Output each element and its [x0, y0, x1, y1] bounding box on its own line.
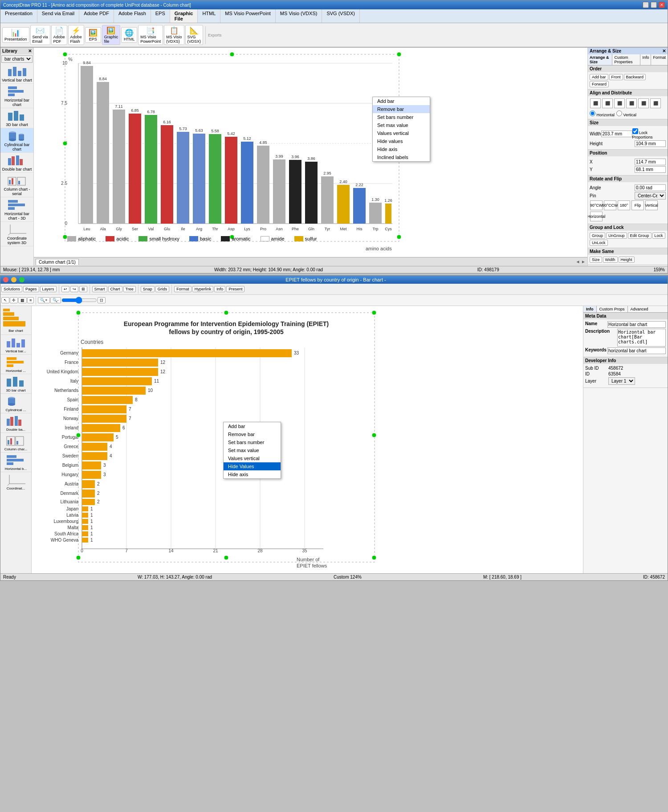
graphic-file-btn[interactable]: 🖼️ Graphicfile [102, 25, 121, 45]
handle2-tm[interactable] [224, 310, 228, 315]
chart-btn[interactable]: Chart [108, 286, 122, 292]
eps-btn[interactable]: 🖼️ EPS [85, 27, 101, 43]
sidebar2-col[interactable]: Column char... [0, 433, 31, 453]
handle2-bm[interactable] [224, 555, 228, 560]
bar-cys[interactable] [385, 204, 391, 224]
align-left-btn[interactable]: ⬛ [590, 98, 601, 108]
grids-btn[interactable]: Grids [155, 286, 170, 292]
rotate-180-btn[interactable]: 180° [618, 200, 630, 210]
align-bottom-btn[interactable]: ⬛ [650, 98, 661, 108]
zoom-in-btn[interactable]: 🔍+ [38, 297, 49, 303]
bar-met[interactable] [337, 185, 350, 224]
bar-asp[interactable] [225, 137, 237, 224]
align-right-btn[interactable]: ⬛ [614, 98, 625, 108]
select-tool[interactable]: ↖ [1, 297, 9, 303]
tab-ms-ppt[interactable]: MS Visio PowerPoint [220, 9, 276, 23]
tab-send[interactable]: Send via Email [37, 9, 79, 23]
menu-set-max-value[interactable]: Set max value [373, 121, 430, 129]
redo-btn[interactable]: ↪ [70, 286, 78, 292]
handle2-mr[interactable] [372, 433, 376, 437]
bar-denmark[interactable] [82, 490, 95, 498]
align-top-btn[interactable]: ⬛ [626, 98, 637, 108]
solutions-btn[interactable]: Solutions [1, 286, 22, 292]
bar-glu[interactable] [161, 125, 173, 224]
library-close[interactable]: ✕ [28, 49, 32, 53]
bar-spain[interactable] [82, 396, 133, 404]
bar-greece[interactable] [82, 443, 107, 451]
presentation-btn[interactable]: 📊 Presentation [2, 27, 29, 43]
bottom-chart-canvas[interactable]: European Programme for Intervention Epid… [32, 306, 583, 573]
maximize-traffic-light[interactable] [19, 277, 24, 282]
tab-svg[interactable]: SVG (VSDX) [322, 9, 360, 23]
make-same-height-btn[interactable]: Height [619, 257, 635, 263]
tab-html[interactable]: HTML [198, 9, 220, 23]
bar-lithuania[interactable] [82, 499, 95, 505]
format-btn[interactable]: Format [174, 286, 191, 292]
rotate-90cw-btn[interactable]: 90°CW [590, 200, 603, 210]
present-btn[interactable]: Present [226, 286, 244, 292]
sidebar2-vbar[interactable]: Vertical bar... [0, 335, 31, 355]
handle-tm[interactable] [230, 52, 234, 57]
bar-sweden[interactable] [82, 452, 107, 460]
layers-btn[interactable]: Layers [40, 286, 57, 292]
zoom-slider[interactable] [61, 297, 97, 304]
bar-ala[interactable] [97, 82, 109, 224]
sidebar-item-coord3d[interactable]: Coordinate system 3D [0, 222, 33, 246]
bar-germany[interactable] [82, 349, 292, 357]
handle-br[interactable] [397, 235, 401, 239]
unlock-btn[interactable]: UnLock [590, 240, 608, 246]
zoom-out-btn[interactable]: 🔍- [50, 297, 61, 303]
tab-flash[interactable]: Adobe Flash [114, 9, 151, 23]
description-textarea[interactable]: Horizontal bar chart[Bar charts.cdl] [617, 329, 666, 347]
backward-btn[interactable]: Backward [624, 74, 646, 80]
handle2-bl[interactable] [76, 555, 81, 560]
make-same-size-btn[interactable]: Size [590, 257, 602, 263]
custom-props-tab[interactable]: Custom Props [597, 306, 628, 312]
arrange-tab-custom[interactable]: Custom Properties [612, 54, 640, 65]
rotate-90ccw-btn[interactable]: 90°CCW [604, 200, 616, 210]
fit-btn[interactable]: ⊡ [98, 297, 106, 303]
arrange-tab-size[interactable]: Arrange & Size [588, 54, 612, 65]
bar-ireland[interactable] [82, 424, 120, 432]
svg-btn[interactable]: 📐 SVG(VDSX) [185, 25, 204, 45]
width-input[interactable] [601, 131, 632, 137]
y-input[interactable] [635, 166, 666, 173]
bar-tyr[interactable] [321, 176, 334, 224]
arrange-panel-close[interactable]: ✕ [662, 49, 666, 53]
handle2-tl[interactable] [76, 310, 81, 315]
bar-menu-hide-axis[interactable]: Hide axis [224, 470, 281, 478]
sidebar-item-3d-bar[interactable]: 3D bar chart [0, 108, 33, 128]
add-bar-btn[interactable]: Add bar [590, 74, 608, 80]
minimize-btn[interactable]: ─ [643, 2, 649, 8]
info-btn2[interactable]: Info [214, 286, 225, 292]
chart-canvas-area[interactable]: % amino acids 0 2.5 5 7.5 [34, 48, 587, 257]
arrange-tab-format[interactable]: Format [651, 54, 668, 65]
maximize-btn[interactable]: □ [651, 2, 657, 8]
library-dropdown[interactable]: bar charts [1, 55, 33, 63]
handle2-tr[interactable] [372, 310, 376, 315]
tree-btn[interactable]: Tree [123, 286, 136, 292]
bar-menu-values-vertical[interactable]: Values vertical [224, 454, 281, 462]
tab-presentation[interactable]: Presentation [0, 9, 37, 23]
bar-trp[interactable] [369, 203, 382, 224]
html-btn[interactable]: 🌐 HTML [121, 27, 137, 43]
ms-visio-btn[interactable]: 📋 MS Visio(VDXS) [164, 25, 184, 45]
bar-luxembourg[interactable] [82, 519, 88, 524]
menu-hide-axis[interactable]: Hide axis [373, 145, 430, 153]
sidebar-item-double-bar[interactable]: Double bar chart [0, 153, 33, 173]
bar-south-africa[interactable] [82, 531, 88, 536]
tab-graphic[interactable]: GraphicFile [170, 9, 198, 23]
advanced-tab[interactable]: Advanced [628, 306, 651, 312]
menu-set-bars-number[interactable]: Set bars number [373, 113, 430, 121]
menu-inclined-labels[interactable]: Inclined labels [373, 153, 430, 161]
bar-ser[interactable] [129, 114, 141, 224]
lock-proportions-checkbox[interactable] [632, 128, 638, 134]
bar-japan[interactable] [82, 506, 88, 511]
bar-arg[interactable] [193, 134, 205, 224]
make-same-width-btn[interactable]: Width [603, 257, 618, 263]
undo-btn[interactable]: ↩ [61, 286, 69, 292]
bar-phe[interactable] [289, 160, 301, 224]
bar-ile[interactable] [177, 132, 189, 224]
vertical-btn[interactable]: Vertical [645, 200, 658, 210]
sidebar2-hb[interactable]: Horizontal b... [0, 453, 31, 472]
